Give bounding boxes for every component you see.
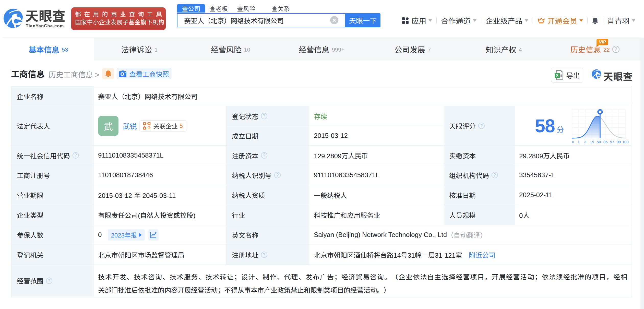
svg-text:85: 85 [603,140,608,144]
svg-text:99: 99 [617,140,621,144]
svg-text:1: 1 [578,140,580,144]
svg-text:0: 0 [572,140,574,144]
svg-text:X: X [556,73,558,77]
svg-text:3: 3 [584,140,586,144]
svg-text:97: 97 [610,140,614,144]
svg-text:15: 15 [590,140,594,144]
svg-text:企: 企 [147,126,151,130]
svg-text:100: 100 [622,140,628,144]
svg-text:50: 50 [597,140,601,144]
